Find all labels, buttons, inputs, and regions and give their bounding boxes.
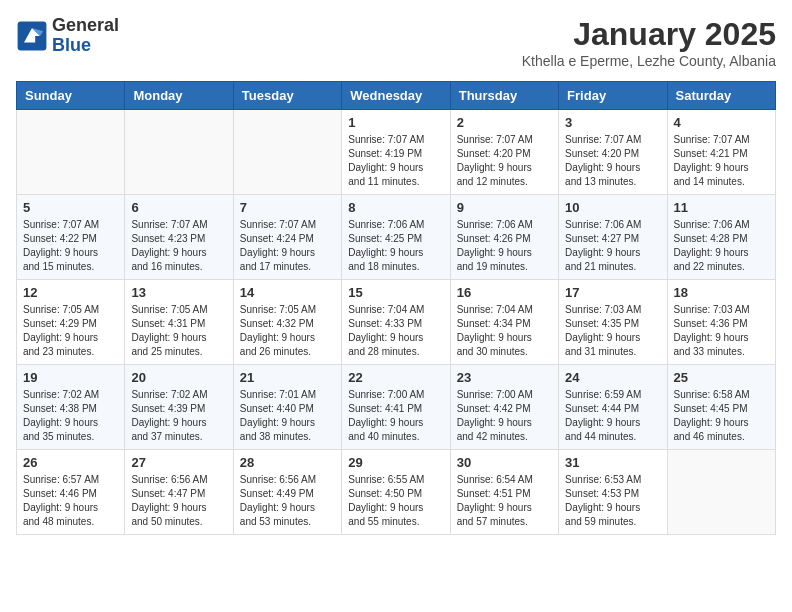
- day-info: Sunrise: 7:05 AM Sunset: 4:29 PM Dayligh…: [23, 303, 118, 359]
- day-info: Sunrise: 7:00 AM Sunset: 4:42 PM Dayligh…: [457, 388, 552, 444]
- calendar-cell: 21Sunrise: 7:01 AM Sunset: 4:40 PM Dayli…: [233, 365, 341, 450]
- calendar-cell: 8Sunrise: 7:06 AM Sunset: 4:25 PM Daylig…: [342, 195, 450, 280]
- day-info: Sunrise: 7:07 AM Sunset: 4:22 PM Dayligh…: [23, 218, 118, 274]
- day-number: 2: [457, 115, 552, 130]
- calendar-cell: 10Sunrise: 7:06 AM Sunset: 4:27 PM Dayli…: [559, 195, 667, 280]
- weekday-header-row: SundayMondayTuesdayWednesdayThursdayFrid…: [17, 82, 776, 110]
- day-info: Sunrise: 6:56 AM Sunset: 4:49 PM Dayligh…: [240, 473, 335, 529]
- calendar-cell: 29Sunrise: 6:55 AM Sunset: 4:50 PM Dayli…: [342, 450, 450, 535]
- day-number: 31: [565, 455, 660, 470]
- day-info: Sunrise: 7:00 AM Sunset: 4:41 PM Dayligh…: [348, 388, 443, 444]
- calendar-cell: 14Sunrise: 7:05 AM Sunset: 4:32 PM Dayli…: [233, 280, 341, 365]
- day-info: Sunrise: 7:07 AM Sunset: 4:21 PM Dayligh…: [674, 133, 769, 189]
- calendar-cell: 12Sunrise: 7:05 AM Sunset: 4:29 PM Dayli…: [17, 280, 125, 365]
- day-number: 28: [240, 455, 335, 470]
- day-number: 16: [457, 285, 552, 300]
- day-info: Sunrise: 7:06 AM Sunset: 4:26 PM Dayligh…: [457, 218, 552, 274]
- day-number: 21: [240, 370, 335, 385]
- calendar-cell: [233, 110, 341, 195]
- day-info: Sunrise: 7:06 AM Sunset: 4:27 PM Dayligh…: [565, 218, 660, 274]
- title-area: January 2025 Kthella e Eperme, Lezhe Cou…: [522, 16, 776, 69]
- day-info: Sunrise: 7:07 AM Sunset: 4:20 PM Dayligh…: [457, 133, 552, 189]
- day-number: 29: [348, 455, 443, 470]
- day-number: 26: [23, 455, 118, 470]
- day-number: 8: [348, 200, 443, 215]
- day-info: Sunrise: 7:05 AM Sunset: 4:31 PM Dayligh…: [131, 303, 226, 359]
- month-title: January 2025: [522, 16, 776, 53]
- calendar-week-4: 19Sunrise: 7:02 AM Sunset: 4:38 PM Dayli…: [17, 365, 776, 450]
- weekday-header-tuesday: Tuesday: [233, 82, 341, 110]
- weekday-header-saturday: Saturday: [667, 82, 775, 110]
- day-info: Sunrise: 6:59 AM Sunset: 4:44 PM Dayligh…: [565, 388, 660, 444]
- day-info: Sunrise: 6:58 AM Sunset: 4:45 PM Dayligh…: [674, 388, 769, 444]
- day-number: 30: [457, 455, 552, 470]
- day-number: 22: [348, 370, 443, 385]
- day-number: 9: [457, 200, 552, 215]
- logo: General Blue: [16, 16, 119, 56]
- day-number: 1: [348, 115, 443, 130]
- page-header: General Blue January 2025 Kthella e Eper…: [16, 16, 776, 69]
- day-info: Sunrise: 6:57 AM Sunset: 4:46 PM Dayligh…: [23, 473, 118, 529]
- logo-general-text: General: [52, 16, 119, 36]
- day-info: Sunrise: 6:55 AM Sunset: 4:50 PM Dayligh…: [348, 473, 443, 529]
- day-info: Sunrise: 7:02 AM Sunset: 4:39 PM Dayligh…: [131, 388, 226, 444]
- day-number: 13: [131, 285, 226, 300]
- logo-icon: [16, 20, 48, 52]
- day-info: Sunrise: 7:03 AM Sunset: 4:36 PM Dayligh…: [674, 303, 769, 359]
- calendar-cell: 28Sunrise: 6:56 AM Sunset: 4:49 PM Dayli…: [233, 450, 341, 535]
- day-info: Sunrise: 6:56 AM Sunset: 4:47 PM Dayligh…: [131, 473, 226, 529]
- calendar-cell: 17Sunrise: 7:03 AM Sunset: 4:35 PM Dayli…: [559, 280, 667, 365]
- day-number: 23: [457, 370, 552, 385]
- day-number: 17: [565, 285, 660, 300]
- day-info: Sunrise: 7:05 AM Sunset: 4:32 PM Dayligh…: [240, 303, 335, 359]
- calendar-cell: 9Sunrise: 7:06 AM Sunset: 4:26 PM Daylig…: [450, 195, 558, 280]
- calendar-cell: 22Sunrise: 7:00 AM Sunset: 4:41 PM Dayli…: [342, 365, 450, 450]
- calendar-week-3: 12Sunrise: 7:05 AM Sunset: 4:29 PM Dayli…: [17, 280, 776, 365]
- calendar-cell: 11Sunrise: 7:06 AM Sunset: 4:28 PM Dayli…: [667, 195, 775, 280]
- weekday-header-wednesday: Wednesday: [342, 82, 450, 110]
- calendar-cell: 30Sunrise: 6:54 AM Sunset: 4:51 PM Dayli…: [450, 450, 558, 535]
- calendar-cell: 20Sunrise: 7:02 AM Sunset: 4:39 PM Dayli…: [125, 365, 233, 450]
- day-number: 27: [131, 455, 226, 470]
- calendar-cell: [17, 110, 125, 195]
- day-number: 4: [674, 115, 769, 130]
- calendar-week-2: 5Sunrise: 7:07 AM Sunset: 4:22 PM Daylig…: [17, 195, 776, 280]
- calendar-cell: 4Sunrise: 7:07 AM Sunset: 4:21 PM Daylig…: [667, 110, 775, 195]
- calendar-cell: 24Sunrise: 6:59 AM Sunset: 4:44 PM Dayli…: [559, 365, 667, 450]
- calendar-cell: 3Sunrise: 7:07 AM Sunset: 4:20 PM Daylig…: [559, 110, 667, 195]
- day-info: Sunrise: 7:07 AM Sunset: 4:23 PM Dayligh…: [131, 218, 226, 274]
- day-info: Sunrise: 6:54 AM Sunset: 4:51 PM Dayligh…: [457, 473, 552, 529]
- day-number: 14: [240, 285, 335, 300]
- day-number: 18: [674, 285, 769, 300]
- day-info: Sunrise: 7:04 AM Sunset: 4:33 PM Dayligh…: [348, 303, 443, 359]
- day-number: 5: [23, 200, 118, 215]
- calendar-cell: 6Sunrise: 7:07 AM Sunset: 4:23 PM Daylig…: [125, 195, 233, 280]
- calendar-cell: 26Sunrise: 6:57 AM Sunset: 4:46 PM Dayli…: [17, 450, 125, 535]
- logo-blue-text: Blue: [52, 36, 119, 56]
- day-info: Sunrise: 7:07 AM Sunset: 4:24 PM Dayligh…: [240, 218, 335, 274]
- calendar-cell: 15Sunrise: 7:04 AM Sunset: 4:33 PM Dayli…: [342, 280, 450, 365]
- day-number: 7: [240, 200, 335, 215]
- day-number: 12: [23, 285, 118, 300]
- calendar-cell: 31Sunrise: 6:53 AM Sunset: 4:53 PM Dayli…: [559, 450, 667, 535]
- day-info: Sunrise: 7:03 AM Sunset: 4:35 PM Dayligh…: [565, 303, 660, 359]
- calendar-table: SundayMondayTuesdayWednesdayThursdayFrid…: [16, 81, 776, 535]
- day-number: 19: [23, 370, 118, 385]
- calendar-cell: 25Sunrise: 6:58 AM Sunset: 4:45 PM Dayli…: [667, 365, 775, 450]
- calendar-cell: 1Sunrise: 7:07 AM Sunset: 4:19 PM Daylig…: [342, 110, 450, 195]
- weekday-header-sunday: Sunday: [17, 82, 125, 110]
- day-number: 10: [565, 200, 660, 215]
- calendar-cell: [667, 450, 775, 535]
- day-info: Sunrise: 7:02 AM Sunset: 4:38 PM Dayligh…: [23, 388, 118, 444]
- calendar-cell: 18Sunrise: 7:03 AM Sunset: 4:36 PM Dayli…: [667, 280, 775, 365]
- calendar-cell: 16Sunrise: 7:04 AM Sunset: 4:34 PM Dayli…: [450, 280, 558, 365]
- calendar-cell: [125, 110, 233, 195]
- day-number: 11: [674, 200, 769, 215]
- day-number: 20: [131, 370, 226, 385]
- location-subtitle: Kthella e Eperme, Lezhe County, Albania: [522, 53, 776, 69]
- calendar-week-5: 26Sunrise: 6:57 AM Sunset: 4:46 PM Dayli…: [17, 450, 776, 535]
- day-number: 15: [348, 285, 443, 300]
- weekday-header-thursday: Thursday: [450, 82, 558, 110]
- day-info: Sunrise: 6:53 AM Sunset: 4:53 PM Dayligh…: [565, 473, 660, 529]
- calendar-cell: 13Sunrise: 7:05 AM Sunset: 4:31 PM Dayli…: [125, 280, 233, 365]
